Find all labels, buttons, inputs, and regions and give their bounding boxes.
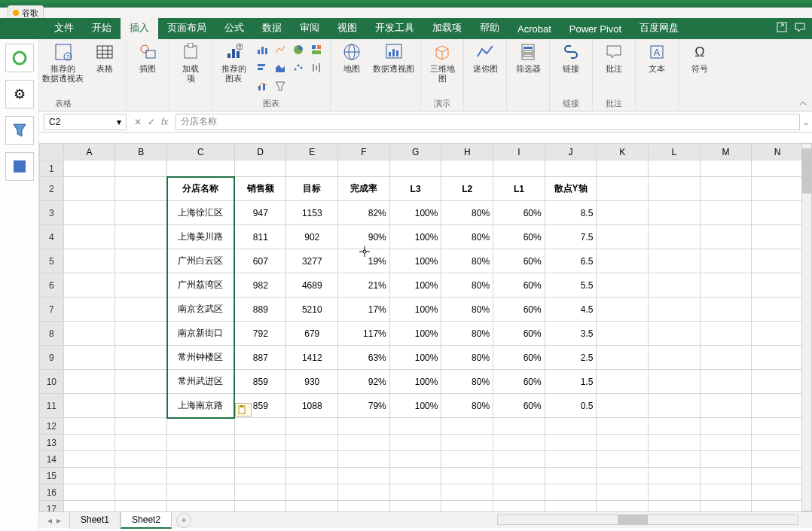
- cell-I10[interactable]: 60%: [493, 370, 545, 394]
- bar-chart-icon[interactable]: [255, 60, 270, 75]
- cell-I8[interactable]: 60%: [493, 322, 545, 346]
- cell-A4[interactable]: [63, 225, 115, 249]
- cell-M12[interactable]: [700, 418, 752, 435]
- dock-item-3[interactable]: [5, 116, 34, 145]
- row-header-3[interactable]: 3: [40, 201, 64, 225]
- cell-F1[interactable]: [338, 160, 390, 177]
- cell-F3[interactable]: 82%: [338, 201, 390, 225]
- slicer-button[interactable]: 筛选器: [513, 42, 543, 74]
- row-header-2[interactable]: 2: [40, 177, 64, 201]
- col-header-K[interactable]: K: [597, 144, 649, 160]
- cell-I15[interactable]: [493, 468, 545, 484]
- col-header-L[interactable]: L: [649, 144, 701, 160]
- ribbon-tab-6[interactable]: 审阅: [291, 17, 328, 39]
- link-button[interactable]: 链接: [556, 42, 586, 74]
- cell-K8[interactable]: [597, 322, 649, 346]
- cell-E12[interactable]: [286, 418, 338, 435]
- cell-F7[interactable]: 17%: [338, 298, 390, 322]
- cell-J8[interactable]: 3.5: [545, 322, 597, 346]
- cell-I11[interactable]: 60%: [493, 394, 545, 418]
- cell-A7[interactable]: [63, 298, 115, 322]
- cell-N14[interactable]: [752, 451, 804, 468]
- cell-D6[interactable]: 982: [234, 273, 286, 298]
- cell-K14[interactable]: [597, 451, 649, 468]
- cell-K16[interactable]: [597, 484, 649, 501]
- row-header-4[interactable]: 4: [40, 225, 64, 249]
- cell-I7[interactable]: 60%: [493, 298, 545, 322]
- cell-I12[interactable]: [493, 418, 545, 435]
- cell-H1[interactable]: [441, 160, 493, 177]
- cell-F5[interactable]: 19%: [338, 249, 390, 273]
- row-header-11[interactable]: 11: [40, 394, 64, 418]
- cell-G3[interactable]: 100%: [389, 201, 441, 225]
- line-chart-icon[interactable]: [273, 42, 288, 57]
- cell-F6[interactable]: 21%: [338, 273, 390, 298]
- cell-I6[interactable]: 60%: [493, 273, 545, 298]
- sheet-nav-prev-icon[interactable]: ◂: [47, 515, 52, 526]
- cell-K3[interactable]: [597, 201, 649, 225]
- cell-B5[interactable]: [115, 249, 167, 273]
- cell-N13[interactable]: [752, 435, 804, 451]
- cell-H8[interactable]: 80%: [441, 322, 493, 346]
- cell-L1[interactable]: [649, 160, 701, 177]
- combo-chart-icon[interactable]: [255, 78, 270, 93]
- ribbon-tab-0[interactable]: 文件: [45, 17, 83, 39]
- cell-C3[interactable]: 上海徐汇区: [167, 201, 235, 225]
- cell-K10[interactable]: [597, 370, 649, 394]
- cell-K7[interactable]: [597, 298, 649, 322]
- cell-J11[interactable]: 0.5: [545, 394, 597, 418]
- cell-D7[interactable]: 889: [234, 298, 286, 322]
- row-header-5[interactable]: 5: [40, 249, 64, 273]
- fx-icon[interactable]: fx: [161, 117, 168, 127]
- cell-F14[interactable]: [338, 451, 390, 468]
- cell-N15[interactable]: [752, 468, 804, 484]
- cell-K15[interactable]: [597, 468, 649, 484]
- cell-F9[interactable]: 63%: [338, 346, 390, 370]
- cell-A5[interactable]: [63, 249, 115, 273]
- col-header-F[interactable]: F: [338, 144, 390, 160]
- cell-B2[interactable]: [115, 177, 167, 201]
- cell-L16[interactable]: [649, 484, 701, 501]
- cell-E7[interactable]: 5210: [286, 298, 338, 322]
- dock-item-4[interactable]: [5, 152, 34, 181]
- cell-N6[interactable]: [752, 273, 804, 298]
- cell-M14[interactable]: [700, 451, 752, 468]
- cell-C6[interactable]: 广州荔湾区: [167, 273, 235, 298]
- cell-J9[interactable]: 2.5: [545, 346, 597, 370]
- row-header-8[interactable]: 8: [40, 322, 64, 346]
- cell-L5[interactable]: [649, 249, 701, 273]
- scatter-chart-icon[interactable]: [291, 60, 306, 75]
- cell-A2[interactable]: [63, 177, 115, 201]
- cell-H2[interactable]: L2: [441, 177, 493, 201]
- cell-K11[interactable]: [597, 394, 649, 418]
- comment-bubble-icon[interactable]: [794, 21, 806, 33]
- cell-N7[interactable]: [752, 298, 804, 322]
- pivot-chart-button[interactable]: 数据透视图: [373, 42, 414, 74]
- cell-D9[interactable]: 887: [234, 346, 286, 370]
- ribbon-tab-3[interactable]: 页面布局: [158, 17, 215, 39]
- cell-E2[interactable]: 目标: [286, 177, 338, 201]
- cell-I1[interactable]: [493, 160, 545, 177]
- cell-C2[interactable]: 分店名称: [167, 177, 235, 201]
- cell-L12[interactable]: [649, 418, 701, 435]
- symbol-button[interactable]: Ω 符号: [685, 42, 715, 74]
- row-header-7[interactable]: 7: [40, 298, 64, 322]
- cell-N1[interactable]: [752, 160, 804, 177]
- select-all-corner[interactable]: [40, 144, 64, 160]
- sparkline-button[interactable]: 迷你图: [470, 42, 500, 74]
- cell-C5[interactable]: 广州白云区: [167, 249, 235, 273]
- cell-B4[interactable]: [115, 225, 167, 249]
- cell-D5[interactable]: 607: [234, 249, 286, 273]
- cell-H3[interactable]: 80%: [441, 201, 493, 225]
- illustrations-button[interactable]: 插图: [133, 42, 163, 74]
- col-header-A[interactable]: A: [63, 144, 115, 160]
- cell-E16[interactable]: [286, 484, 338, 501]
- cell-A16[interactable]: [63, 484, 115, 501]
- row-header-9[interactable]: 9: [40, 346, 64, 370]
- cell-H10[interactable]: 80%: [441, 370, 493, 394]
- cell-B7[interactable]: [115, 298, 167, 322]
- cell-D2[interactable]: 销售额: [234, 177, 286, 201]
- col-header-G[interactable]: G: [389, 144, 441, 160]
- cell-J15[interactable]: [545, 468, 597, 484]
- cell-G5[interactable]: 100%: [389, 249, 441, 273]
